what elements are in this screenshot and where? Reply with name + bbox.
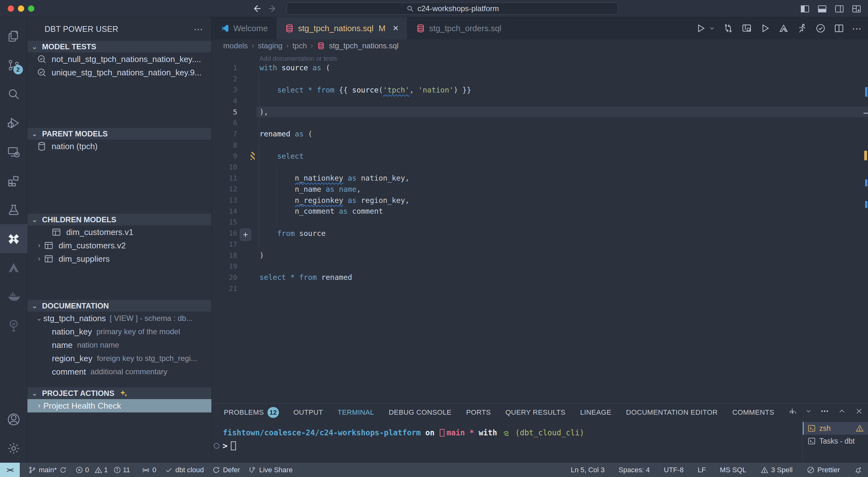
activity-todo-tree[interactable] <box>0 311 27 340</box>
dbt-mountain-sm-icon[interactable] <box>778 23 789 34</box>
code-editor[interactable]: Add documentation or tests 1with source … <box>212 52 868 403</box>
list-item[interactable]: unique_stg_tpch_nations_nation_key.9... <box>27 66 211 79</box>
tab-stg_tpch_orders-sql[interactable]: stg_tpch_orders.sql <box>408 17 510 39</box>
tab-close-icon[interactable]: ✕ <box>393 24 399 33</box>
layout-custom-icon[interactable] <box>851 4 862 14</box>
back-arrow-icon[interactable] <box>251 3 262 14</box>
status-dbt-cloud[interactable]: dbt cloud <box>165 466 204 474</box>
chevron-right-icon[interactable]: › <box>35 402 43 410</box>
command-center-search[interactable]: c24-workshops-platform <box>286 3 618 14</box>
chevron-down-sm-icon[interactable] <box>805 407 812 416</box>
status-bell[interactable] <box>854 466 862 474</box>
minimize-window-button[interactable] <box>18 5 24 12</box>
tab-stg_tpch_nations-sql[interactable]: stg_tpch_nations.sqlM✕ <box>276 17 408 39</box>
section-header[interactable]: ⌄CHILDREN MODELS <box>27 214 211 226</box>
panel-tab-ports[interactable]: PORTS <box>466 408 491 417</box>
gutter-add-button[interactable]: + <box>240 228 251 241</box>
section-header[interactable]: ⌄DOCUMENTATION <box>27 300 211 312</box>
panel-tab-problems[interactable]: PROBLEMS12 <box>224 407 279 418</box>
panel-tab-terminal[interactable]: TERMINAL <box>338 408 374 417</box>
check-circle-icon[interactable] <box>815 23 826 34</box>
list-item[interactable]: ⌄stg_tpch_nations[ VIEW ] - schema : db.… <box>27 312 211 325</box>
close-icon[interactable] <box>855 407 864 416</box>
activity-search[interactable] <box>0 79 27 108</box>
list-item[interactable]: not_null_stg_tpch_nations_nation_key.... <box>27 53 211 66</box>
section-header[interactable]: ⌄PROJECT ACTIONS <box>27 387 211 399</box>
status-ln-5-col-3[interactable]: Ln 5, Col 3 <box>570 466 604 474</box>
layout-sidebar-left-icon[interactable] <box>800 4 810 14</box>
list-item[interactable]: nation (tpch) <box>27 140 211 153</box>
loop-arrows-icon[interactable] <box>723 23 734 34</box>
status-lf[interactable]: LF <box>698 466 706 474</box>
remote-indicator[interactable]: >< <box>0 463 20 477</box>
breadcrumb-item[interactable]: staging <box>258 41 282 50</box>
panel-search-icon[interactable] <box>741 23 752 34</box>
activity-beaker[interactable] <box>0 195 27 224</box>
status-ms-sql[interactable]: MS SQL <box>720 466 746 474</box>
panel-tab-debug-console[interactable]: DEBUG CONSOLE <box>389 408 452 417</box>
breadcrumb-item[interactable]: stg_tpch_nations.sql <box>329 41 399 50</box>
list-item[interactable]: region_keyforeign key to stg_tpch_regi..… <box>27 352 211 365</box>
ellipsis-icon[interactable] <box>820 407 829 416</box>
status-item[interactable]: 0111 <box>75 466 133 474</box>
layout-sidebar-right-icon[interactable] <box>834 4 844 14</box>
play-icon[interactable] <box>760 23 771 34</box>
runner-icon[interactable] <box>797 23 807 34</box>
activity-dbt-mountain[interactable] <box>0 253 27 282</box>
activity-source-control[interactable]: 2 <box>0 50 27 79</box>
panel-tab-output[interactable]: OUTPUT <box>293 408 323 417</box>
status-spaces-4[interactable]: Spaces: 4 <box>619 466 650 474</box>
layout-panel-icon[interactable] <box>817 4 827 14</box>
activity-remote-explorer[interactable] <box>0 137 27 166</box>
panel-tab-lineage[interactable]: LINEAGE <box>580 408 611 417</box>
status-utf-8[interactable]: UTF-8 <box>664 466 684 474</box>
panel-tab-documentation-editor[interactable]: DOCUMENTATION EDITOR <box>626 408 718 417</box>
breadcrumb-item[interactable]: models <box>223 41 248 50</box>
list-item[interactable]: dim_customers.v1 <box>27 226 211 239</box>
chevron-right-icon[interactable]: › <box>35 255 43 263</box>
section-header[interactable]: ⌄MODEL TESTS <box>27 41 211 53</box>
status-0[interactable]: 0 <box>142 466 156 474</box>
list-item[interactable]: namenation name <box>27 338 211 352</box>
chevron-up-icon[interactable] <box>837 407 846 416</box>
status-defer[interactable]: Defer <box>212 466 240 474</box>
terminal[interactable]: fishtown/coalesce-24/c24-workshops-platf… <box>212 421 802 463</box>
chevron-down-sm-icon[interactable] <box>709 25 715 32</box>
activity-account[interactable] <box>0 405 27 434</box>
maximize-window-button[interactable] <box>28 5 34 12</box>
terminal-item-tasks-dbt[interactable]: Tasks - dbt <box>803 435 868 447</box>
list-item[interactable]: ›Project Health Check <box>27 399 211 412</box>
split-editor-icon[interactable] <box>834 23 844 34</box>
tab-welcome[interactable]: Welcome <box>212 17 276 39</box>
panel-tab-comments[interactable]: COMMENTS <box>732 408 774 417</box>
section-header[interactable]: ⌄PARENT MODELS <box>27 128 211 140</box>
list-item[interactable]: nation_keyprimary key of the model <box>27 325 211 338</box>
status-3-spell[interactable]: 3 Spell <box>761 466 793 474</box>
forward-arrow-icon[interactable] <box>268 3 278 14</box>
list-item[interactable]: ›dim_customers.v2 <box>27 239 211 252</box>
activity-run-debug[interactable] <box>0 108 27 137</box>
chevron-down-icon[interactable]: ⌄ <box>35 314 43 322</box>
more-actions-icon[interactable]: ⋯ <box>852 23 862 34</box>
status-main-[interactable]: main* <box>28 466 67 474</box>
activity-files[interactable] <box>0 22 27 50</box>
table-icon <box>51 227 62 238</box>
activity-settings-gear[interactable] <box>0 434 27 463</box>
run-play-icon[interactable] <box>695 23 706 34</box>
line-number: 1 <box>212 64 259 72</box>
list-item[interactable]: ›dim_suppliers <box>27 252 211 266</box>
sidebar-more-actions-icon[interactable]: ⋯ <box>194 24 204 35</box>
status-live-share[interactable]: Live Share <box>248 466 292 474</box>
activity-dbt-power-user[interactable] <box>0 224 27 253</box>
plus-icon[interactable] <box>788 407 797 416</box>
breadcrumb-item[interactable]: tpch <box>292 41 307 50</box>
terminal-item-zsh[interactable]: zsh <box>803 422 868 435</box>
close-window-button[interactable] <box>8 5 14 12</box>
activity-docker[interactable] <box>0 282 27 311</box>
chevron-right-icon[interactable]: › <box>35 241 43 250</box>
panel-tab-query-results[interactable]: QUERY RESULTS <box>505 408 565 417</box>
status-prettier[interactable]: Prettier <box>807 466 840 474</box>
list-item[interactable]: commentadditional commentary <box>27 365 211 378</box>
codelens-link[interactable]: Add documentation or tests <box>212 52 868 62</box>
activity-extensions[interactable] <box>0 166 27 195</box>
